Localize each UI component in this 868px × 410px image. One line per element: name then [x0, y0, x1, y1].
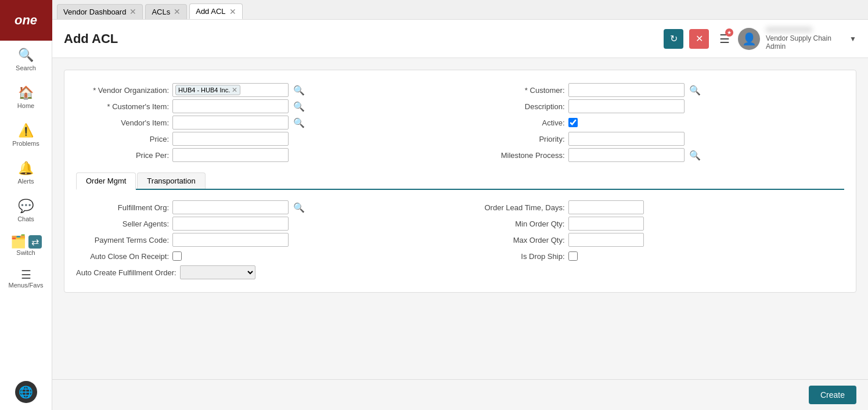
globe-icon: 🌐 — [15, 381, 37, 403]
header-actions: ↻ ✕ ☰ ★ 👤 Vendor Supply Chain Admin ▼ — [664, 27, 856, 51]
app-logo[interactable]: one — [0, 0, 52, 41]
min-order-qty-input[interactable] — [568, 217, 644, 231]
content-area: * Vendor Organization: HUB4 - HUB4 Inc. … — [52, 58, 868, 379]
switch-arrows-icon: ⇄ — [28, 235, 42, 249]
tab-label-vendor-dashboard: Vendor Dashboard — [63, 8, 126, 16]
price-row: Price: — [76, 131, 449, 147]
vendor-org-tag-input[interactable]: HUB4 - HUB4 Inc. ✕ — [172, 83, 289, 97]
avatar: 👤 — [738, 28, 760, 50]
fulfillment-org-search-button[interactable]: 🔍 — [292, 202, 306, 213]
user-name-blurred — [766, 27, 812, 33]
form-card: * Vendor Organization: HUB4 - HUB4 Inc. … — [64, 70, 856, 293]
sidebar-item-home[interactable]: 🏠 Home — [0, 78, 52, 116]
tab-add-acl[interactable]: Add ACL ✕ — [189, 3, 242, 19]
search-icon: 🔍 — [18, 48, 34, 63]
sidebar: one 🔍 Search 🏠 Home ⚠️ Problems 🔔 Alerts… — [0, 0, 52, 410]
customers-item-search-button[interactable]: 🔍 — [292, 101, 306, 112]
page-title: Add ACL — [64, 31, 664, 46]
customer-input[interactable] — [568, 83, 685, 97]
vendor-org-label: * Vendor Organization: — [76, 86, 169, 95]
payment-terms-label: Payment Terms Code: — [76, 236, 169, 244]
header: Add ACL ↻ ✕ ☰ ★ 👤 Vendor Supply Chain Ad… — [52, 20, 868, 58]
milestone-label: Milestone Process: — [472, 151, 565, 160]
tab-label-acls: ACLs — [152, 8, 170, 16]
auto-close-row: Auto Close On Receipt: — [76, 248, 449, 264]
tab-vendor-dashboard[interactable]: Vendor Dashboard ✕ — [57, 4, 143, 19]
inner-tab-order-mgmt[interactable]: Order Mgmt — [76, 172, 136, 190]
sidebar-item-alerts[interactable]: 🔔 Alerts — [0, 154, 52, 192]
tab-close-vendor-dashboard[interactable]: ✕ — [129, 8, 136, 16]
order-mgmt-right: Order Lead Time, Days: Min Order Qty: Ma… — [472, 199, 845, 280]
sidebar-label-home: Home — [17, 102, 34, 109]
inner-tab-transportation[interactable]: Transportation — [137, 172, 205, 189]
active-row: Active: — [472, 114, 845, 131]
milestone-input[interactable] — [568, 148, 685, 162]
fulfillment-org-row: Fulfillment Org: 🔍 — [76, 199, 449, 215]
auto-create-select[interactable] — [180, 265, 255, 279]
priority-row: Priority: — [472, 131, 845, 147]
sidebar-item-problems[interactable]: ⚠️ Problems — [0, 116, 52, 154]
auto-create-row: Auto Create Fulfillment Order: — [76, 264, 449, 280]
fulfillment-org-label: Fulfillment Org: — [76, 203, 169, 212]
customers-item-label: * Customer's Item: — [76, 102, 169, 111]
price-per-row: Price Per: — [76, 147, 449, 163]
sidebar-item-chats[interactable]: 💬 Chats — [0, 192, 52, 229]
seller-agents-input[interactable] — [172, 217, 289, 231]
sidebar-item-search[interactable]: 🔍 Search — [0, 41, 52, 78]
refresh-button[interactable]: ↻ — [664, 29, 683, 49]
sidebar-item-menus[interactable]: ☰ Menus/Favs — [0, 261, 52, 296]
order-mgmt-section: Fulfillment Org: 🔍 Seller Agents: Paymen… — [76, 199, 844, 280]
menu-hamburger-button[interactable]: ☰ ★ — [719, 32, 730, 46]
notification-badge: ★ — [725, 28, 733, 37]
vendors-item-label: Vendor's Item: — [76, 118, 169, 127]
vendor-org-search-button[interactable]: 🔍 — [292, 85, 306, 96]
active-label: Active: — [472, 118, 565, 127]
order-lead-time-input[interactable] — [568, 200, 644, 214]
vendor-org-tag-remove[interactable]: ✕ — [232, 86, 237, 94]
price-per-input[interactable] — [172, 148, 289, 162]
tab-acls[interactable]: ACLs ✕ — [145, 4, 187, 19]
tabbar: Vendor Dashboard ✕ ACLs ✕ Add ACL ✕ — [52, 0, 868, 20]
is-drop-ship-checkbox[interactable] — [568, 251, 578, 261]
form-top-section: * Vendor Organization: HUB4 - HUB4 Inc. … — [76, 82, 844, 163]
auto-close-checkbox[interactable] — [172, 251, 182, 261]
customers-item-input[interactable] — [172, 99, 289, 113]
price-per-label: Price Per: — [76, 151, 169, 160]
priority-input[interactable] — [568, 132, 685, 146]
menu-icon: ☰ — [21, 268, 31, 282]
description-input[interactable] — [568, 99, 685, 113]
min-order-qty-label: Min Order Qty: — [472, 220, 565, 228]
customers-item-row: * Customer's Item: 🔍 — [76, 98, 449, 114]
customer-search-button[interactable]: 🔍 — [688, 85, 702, 96]
tab-close-acls[interactable]: ✕ — [174, 8, 181, 16]
sidebar-label-chats: Chats — [17, 215, 34, 222]
max-order-qty-input[interactable] — [568, 233, 644, 247]
milestone-search-button[interactable]: 🔍 — [688, 150, 702, 161]
sidebar-label-problems: Problems — [12, 140, 39, 147]
vendors-item-input[interactable] — [172, 116, 289, 130]
tab-label-add-acl: Add ACL — [196, 7, 225, 16]
form-right-column: * Customer: 🔍 Description: Active: Prior… — [472, 82, 845, 163]
sidebar-item-switch[interactable]: 🗂️ ⇄ Switch — [0, 229, 52, 261]
payment-terms-row: Payment Terms Code: — [76, 232, 449, 248]
fulfillment-org-input[interactable] — [172, 200, 289, 214]
bell-icon: 🔔 — [18, 161, 34, 176]
close-button[interactable]: ✕ — [689, 29, 709, 49]
payment-terms-input[interactable] — [172, 233, 289, 247]
vendors-item-row: Vendor's Item: 🔍 — [76, 114, 449, 131]
is-drop-ship-label: Is Drop Ship: — [472, 252, 565, 261]
home-icon: 🏠 — [18, 85, 34, 100]
create-button[interactable]: Create — [809, 386, 856, 404]
active-checkbox[interactable] — [568, 118, 578, 127]
form-left-column: * Vendor Organization: HUB4 - HUB4 Inc. … — [76, 82, 449, 163]
description-label: Description: — [472, 102, 565, 111]
vendor-org-row: * Vendor Organization: HUB4 - HUB4 Inc. … — [76, 82, 449, 98]
price-input[interactable] — [172, 132, 289, 146]
sidebar-item-globe[interactable]: 🌐 — [0, 374, 52, 410]
user-name-dropdown[interactable]: Vendor Supply Chain Admin ▼ — [766, 27, 856, 51]
vendors-item-search-button[interactable]: 🔍 — [292, 117, 306, 128]
tab-close-add-acl[interactable]: ✕ — [229, 8, 236, 16]
inner-tabbar: Order Mgmt Transportation — [76, 172, 844, 190]
sidebar-label-menus: Menus/Favs — [9, 282, 44, 289]
seller-agents-row: Seller Agents: — [76, 215, 449, 232]
